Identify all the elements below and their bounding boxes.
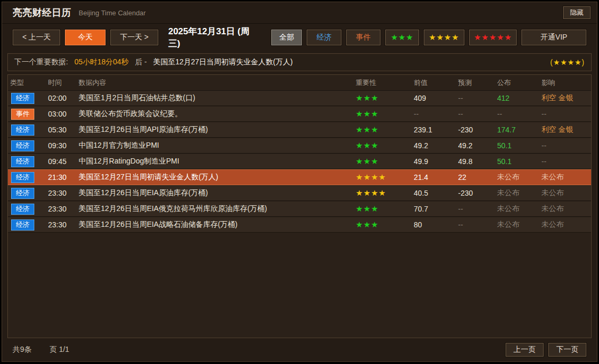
row-forecast-value: -230 <box>458 189 497 197</box>
row-time: 09:30 <box>48 141 79 150</box>
row-published-value: -- <box>497 110 541 118</box>
filter-4star-button[interactable]: ★★★★ <box>424 30 464 45</box>
next-data-banner: 下一个重要数据: 05小时18分04秒 后 - 美国至12月27日当周初请失业金… <box>7 53 592 71</box>
open-vip-button[interactable]: 开通VIP <box>521 30 586 45</box>
row-importance-stars: ★★★ <box>356 125 414 135</box>
row-importance-stars: ★★★ <box>356 93 414 103</box>
table-row[interactable]: 经济05:30美国至12月26日当周API原油库存(万桶)★★★239.1-23… <box>8 122 591 137</box>
row-forecast-value: -- <box>458 221 497 229</box>
total-count: 共9条 <box>13 345 32 355</box>
table-row[interactable]: 经济23:30美国至12月26日当周EIA俄克拉荷马州库欣原油库存(万桶)★★★… <box>8 202 591 216</box>
row-forecast-value: 49.2 <box>458 141 497 150</box>
row-impact: 利空 金银 <box>541 93 589 103</box>
countdown-suffix: 后 - <box>135 58 147 67</box>
row-previous-value: 70.7 <box>414 205 458 213</box>
row-impact: 未公布 <box>541 220 589 229</box>
row-content: 美国至12月26日当周EIA战略石油储备库存(万桶) <box>79 220 356 229</box>
table-body: 经济02:00美国至1月2日当周石油钻井总数(口)★★★409--412利空 金… <box>8 91 591 338</box>
row-content: 中国12月官方制造业PMI <box>79 141 356 150</box>
row-previous-value: 409 <box>414 94 458 102</box>
filter-5star-button[interactable]: ★★★★★ <box>469 30 517 45</box>
table-row[interactable]: 经济09:45中国12月RatingDog制造业PMI★★★49.949.850… <box>8 154 591 169</box>
row-previous-value: 80 <box>414 221 458 229</box>
row-time: 03:00 <box>48 110 79 118</box>
page-indicator: 页 1/1 <box>50 345 69 355</box>
row-importance-stars: ★★★ <box>356 109 414 119</box>
row-forecast-value: -- <box>458 94 497 102</box>
row-previous-value: 40.5 <box>414 189 458 197</box>
row-previous-value: 239.1 <box>414 126 458 134</box>
row-content: 美国至12月26日当周EIA原油库存(万桶) <box>79 188 356 198</box>
row-time: 23:30 <box>48 189 79 197</box>
row-impact: -- <box>541 141 589 150</box>
next-page-button[interactable]: 下一页 <box>548 343 586 357</box>
filter-3star-button[interactable]: ★★★ <box>385 30 419 45</box>
row-previous-value: -- <box>414 110 458 118</box>
table-header: 类型时间数据内容重要性前值预测公布影响 <box>8 75 591 91</box>
row-previous-value: 21.4 <box>414 173 458 181</box>
row-published-value: 未公布 <box>497 173 541 182</box>
app-subtitle: Beijing Time Calendar <box>79 9 146 17</box>
row-content: 美国至12月26日当周API原油库存(万桶) <box>79 125 356 135</box>
column-header: 类型 <box>10 78 48 88</box>
column-header: 预测 <box>458 78 497 88</box>
row-time: 21:30 <box>48 173 79 181</box>
row-forecast-value: 22 <box>458 173 497 181</box>
type-badge: 经济 <box>11 188 34 199</box>
filter-all-button[interactable]: 全部 <box>271 30 302 45</box>
table-row[interactable]: 经济21:30美国至12月27日当周初请失业金人数(万人)★★★★21.422未… <box>8 170 591 185</box>
app-title: 亮亮财经日历 <box>13 6 71 19</box>
row-importance-stars: ★★★★ <box>356 188 414 198</box>
type-badge: 经济 <box>11 156 34 167</box>
next-event-importance: (★★★★) <box>550 58 585 66</box>
next-day-button[interactable]: 下一天 > <box>110 30 158 45</box>
table-row[interactable]: 经济23:30美国至12月26日当周EIA原油库存(万桶)★★★★40.5-23… <box>8 186 591 200</box>
row-content: 中国12月RatingDog制造业PMI <box>79 157 356 166</box>
type-badge: 经济 <box>11 172 34 183</box>
column-header: 公布 <box>497 78 541 88</box>
row-previous-value: 49.2 <box>414 141 458 150</box>
countdown-timer: 05小时18分04秒 <box>74 58 129 67</box>
row-impact: 利空 金银 <box>541 125 589 135</box>
row-previous-value: 49.9 <box>414 157 458 166</box>
row-forecast-value: -- <box>458 205 497 213</box>
row-content: 美国至1月2日当周石油钻井总数(口) <box>79 93 356 103</box>
table-row[interactable]: 事件03:00美联储公布货币政策会议纪要。★★★-------- <box>8 107 591 121</box>
title-bar: 亮亮财经日历 Beijing Time Calendar 隐藏 <box>2 2 597 24</box>
row-time: 02:00 <box>48 94 79 102</box>
type-badge: 经济 <box>11 204 34 215</box>
row-importance-stars: ★★★ <box>356 204 414 214</box>
row-forecast-value: 49.8 <box>458 157 497 166</box>
next-data-label: 下一个重要数据: <box>14 58 68 67</box>
row-impact: -- <box>541 110 589 118</box>
table-row[interactable]: 经济02:00美国至1月2日当周石油钻井总数(口)★★★409--412利空 金… <box>8 91 591 106</box>
app-window: 亮亮财经日历 Beijing Time Calendar 隐藏 < 上一天 今天… <box>2 2 597 362</box>
row-published-value: 50.1 <box>497 157 541 166</box>
filter-event-button[interactable]: 事件 <box>346 30 381 45</box>
row-forecast-value: -- <box>458 110 497 118</box>
row-time: 09:45 <box>48 157 79 166</box>
prev-page-button[interactable]: 上一页 <box>506 343 544 357</box>
type-badge: 经济 <box>11 219 34 231</box>
row-impact: 未公布 <box>541 204 589 214</box>
type-badge: 经济 <box>11 124 34 136</box>
type-badge: 经济 <box>11 140 34 151</box>
column-header: 数据内容 <box>79 78 356 88</box>
hide-button[interactable]: 隐藏 <box>563 6 591 19</box>
row-time: 05:30 <box>48 126 79 134</box>
type-badge: 事件 <box>11 109 34 120</box>
table-row[interactable]: 经济23:30美国至12月26日当周EIA战略石油储备库存(万桶)★★★80--… <box>8 217 591 232</box>
toolbar: < 上一天 今天 下一天 > 2025年12月31日 (周三) 全部 经济 事件… <box>2 24 597 51</box>
row-time: 23:30 <box>48 205 79 213</box>
table-row[interactable]: 经济09:30中国12月官方制造业PMI★★★49.249.250.1-- <box>8 138 591 153</box>
type-badge: 经济 <box>11 93 34 104</box>
row-published-value: 412 <box>497 94 541 102</box>
calendar-table: 类型时间数据内容重要性前值预测公布影响 经济02:00美国至1月2日当周石油钻井… <box>7 74 592 338</box>
column-header: 前值 <box>414 78 458 88</box>
prev-day-button[interactable]: < 上一天 <box>13 30 60 45</box>
column-header: 重要性 <box>356 78 414 88</box>
filter-economy-button[interactable]: 经济 <box>307 30 341 45</box>
today-button[interactable]: 今天 <box>65 30 106 45</box>
row-published-value: 未公布 <box>497 220 541 229</box>
row-impact: -- <box>541 157 589 166</box>
